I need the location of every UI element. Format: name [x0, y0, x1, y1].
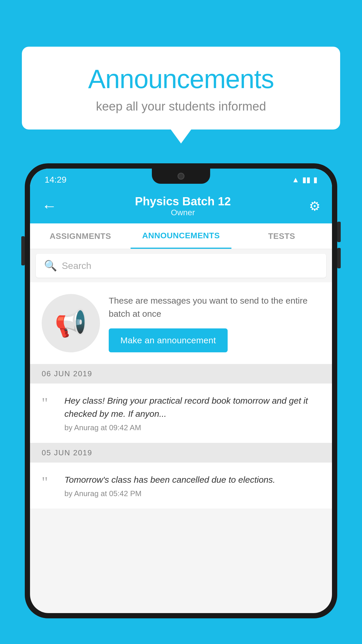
tab-assignments[interactable]: ASSIGNMENTS	[30, 223, 131, 249]
settings-icon[interactable]: ⚙	[309, 199, 320, 214]
volume-down-button	[337, 248, 341, 268]
tab-tests[interactable]: TESTS	[231, 223, 332, 249]
message-item-1: " Hey class! Bring your practical record…	[30, 384, 332, 443]
phone-outer-shell: 14:29 ▲ ▮▮ ▮ ← Physics Batch 12 Owner ⚙	[25, 163, 337, 618]
status-time: 14:29	[45, 175, 66, 185]
make-announcement-button[interactable]: Make an announcement	[109, 328, 228, 352]
announce-icon-circle: 📢	[42, 294, 100, 352]
message-text-2: Tomorrow's class has been cancelled due …	[64, 473, 320, 486]
app-bar-title: Physics Batch 12	[57, 195, 309, 208]
announce-description: These are messages you want to send to t…	[109, 294, 320, 320]
power-button	[21, 236, 25, 265]
date-separator-1: 06 JUN 2019	[30, 364, 332, 384]
speech-bubble: Announcements keep all your students inf…	[22, 47, 340, 130]
message-content-1: Hey class! Bring your practical record b…	[64, 394, 320, 432]
search-bar[interactable]: 🔍 Search	[36, 254, 326, 278]
signal-icon: ▮▮	[302, 175, 310, 184]
search-icon: 🔍	[44, 260, 57, 272]
phone-notch	[152, 169, 210, 184]
search-placeholder: Search	[62, 260, 91, 271]
message-author-2: by Anurag at 05:42 PM	[64, 489, 320, 498]
message-author-1: by Anurag at 09:42 AM	[64, 423, 320, 432]
phone-mockup: 14:29 ▲ ▮▮ ▮ ← Physics Batch 12 Owner ⚙	[25, 163, 337, 644]
message-text-1: Hey class! Bring your practical record b…	[64, 394, 320, 420]
wifi-icon: ▲	[292, 175, 299, 184]
message-content-2: Tomorrow's class has been cancelled due …	[64, 473, 320, 498]
content-area: 🔍 Search 📢 These are messages you want t…	[30, 249, 332, 509]
volume-up-button	[337, 222, 341, 242]
app-bar: ← Physics Batch 12 Owner ⚙	[30, 188, 332, 223]
phone-screen: 14:29 ▲ ▮▮ ▮ ← Physics Batch 12 Owner ⚙	[30, 169, 332, 613]
date-separator-2: 05 JUN 2019	[30, 443, 332, 463]
front-camera	[178, 173, 184, 180]
speech-bubble-container: Announcements keep all your students inf…	[22, 47, 340, 130]
bubble-subtitle: keep all your students informed	[34, 99, 328, 113]
status-icons: ▲ ▮▮ ▮	[292, 175, 317, 184]
back-button[interactable]: ←	[42, 197, 57, 215]
message-item-2: " Tomorrow's class has been cancelled du…	[30, 463, 332, 509]
quote-icon-2: "	[42, 473, 56, 490]
tab-bar: ASSIGNMENTS ANNOUNCEMENTS TESTS	[30, 223, 332, 249]
announce-right: These are messages you want to send to t…	[109, 294, 320, 352]
announcement-prompt: 📢 These are messages you want to send to…	[30, 282, 332, 364]
bubble-title: Announcements	[34, 64, 328, 94]
megaphone-icon: 📢	[55, 308, 87, 339]
quote-icon-1: "	[42, 394, 56, 411]
app-bar-title-area: Physics Batch 12 Owner	[57, 195, 309, 217]
app-bar-subtitle: Owner	[57, 208, 309, 217]
tab-announcements[interactable]: ANNOUNCEMENTS	[131, 223, 231, 249]
battery-icon: ▮	[313, 175, 317, 184]
